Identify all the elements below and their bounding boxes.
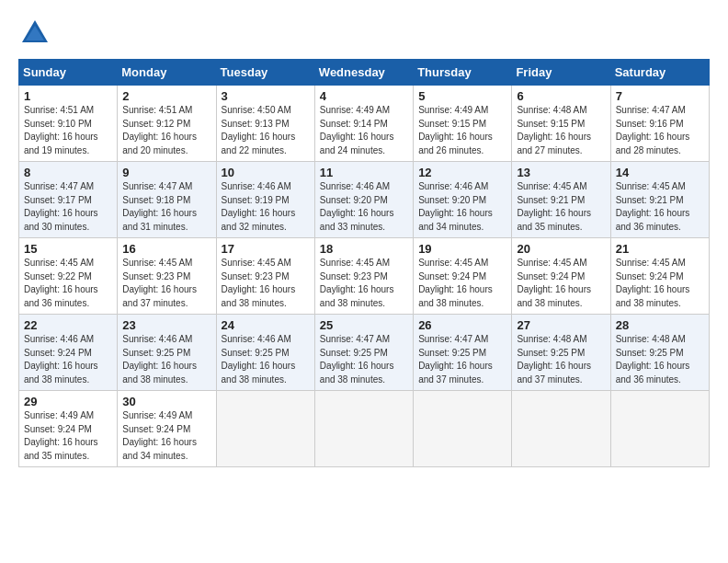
day-detail: Sunrise: 4:45 AMSunset: 9:23 PMDaylight:…	[122, 258, 197, 308]
calendar-cell	[314, 391, 413, 467]
day-number: 24	[222, 318, 310, 332]
day-detail: Sunrise: 4:45 AMSunset: 9:24 PMDaylight:…	[616, 258, 690, 308]
calendar-cell: 3 Sunrise: 4:50 AMSunset: 9:13 PMDayligh…	[216, 86, 314, 162]
calendar-cell: 15 Sunrise: 4:45 AMSunset: 9:22 PMDaylig…	[19, 238, 118, 315]
day-detail: Sunrise: 4:45 AMSunset: 9:24 PMDaylight:…	[517, 258, 591, 308]
calendar-day-header: Tuesday	[216, 60, 314, 86]
day-number: 17	[222, 242, 310, 256]
calendar-cell	[216, 391, 314, 467]
day-detail: Sunrise: 4:45 AMSunset: 9:24 PMDaylight:…	[418, 258, 493, 308]
day-number: 14	[616, 166, 704, 179]
day-detail: Sunrise: 4:51 AMSunset: 9:12 PMDaylight:…	[122, 105, 197, 155]
day-number: 7	[616, 89, 704, 103]
calendar-cell: 12 Sunrise: 4:46 AMSunset: 9:20 PMDaylig…	[414, 162, 512, 238]
day-detail: Sunrise: 4:46 AMSunset: 9:25 PMDaylight:…	[122, 334, 197, 385]
day-detail: Sunrise: 4:49 AMSunset: 9:14 PMDaylight:…	[320, 105, 394, 155]
day-detail: Sunrise: 4:47 AMSunset: 9:17 PMDaylight:…	[24, 181, 98, 232]
day-number: 18	[320, 242, 408, 256]
calendar-cell: 20 Sunrise: 4:45 AMSunset: 9:24 PMDaylig…	[512, 238, 610, 315]
day-number: 19	[418, 242, 506, 256]
day-detail: Sunrise: 4:46 AMSunset: 9:20 PMDaylight:…	[418, 181, 493, 232]
day-detail: Sunrise: 4:48 AMSunset: 9:15 PMDaylight:…	[517, 105, 591, 155]
calendar-header-row: SundayMondayTuesdayWednesdayThursdayFrid…	[19, 60, 710, 86]
day-number: 26	[418, 318, 506, 332]
day-detail: Sunrise: 4:50 AMSunset: 9:13 PMDaylight:…	[222, 105, 296, 155]
day-detail: Sunrise: 4:45 AMSunset: 9:23 PMDaylight:…	[320, 258, 394, 308]
calendar-cell: 13 Sunrise: 4:45 AMSunset: 9:21 PMDaylig…	[512, 162, 610, 238]
day-detail: Sunrise: 4:47 AMSunset: 9:18 PMDaylight:…	[122, 181, 197, 232]
day-detail: Sunrise: 4:45 AMSunset: 9:21 PMDaylight:…	[517, 181, 591, 232]
calendar-cell: 26 Sunrise: 4:47 AMSunset: 9:25 PMDaylig…	[414, 315, 512, 391]
day-detail: Sunrise: 4:45 AMSunset: 9:21 PMDaylight:…	[616, 181, 690, 232]
day-number: 15	[24, 242, 112, 256]
day-number: 5	[418, 89, 506, 103]
day-number: 11	[320, 166, 408, 179]
calendar-cell: 30 Sunrise: 4:49 AMSunset: 9:24 PMDaylig…	[118, 391, 216, 467]
day-number: 28	[616, 318, 704, 332]
calendar-cell: 28 Sunrise: 4:48 AMSunset: 9:25 PMDaylig…	[610, 315, 709, 391]
day-number: 3	[222, 89, 310, 103]
day-number: 25	[320, 318, 408, 332]
day-detail: Sunrise: 4:49 AMSunset: 9:24 PMDaylight:…	[122, 410, 197, 461]
day-detail: Sunrise: 4:46 AMSunset: 9:20 PMDaylight:…	[320, 181, 394, 232]
day-number: 12	[418, 166, 506, 179]
day-number: 21	[616, 242, 704, 256]
day-number: 2	[122, 89, 210, 103]
day-detail: Sunrise: 4:49 AMSunset: 9:15 PMDaylight:…	[418, 105, 493, 155]
day-detail: Sunrise: 4:47 AMSunset: 9:25 PMDaylight:…	[320, 334, 394, 385]
day-number: 22	[24, 318, 112, 332]
calendar-cell: 7 Sunrise: 4:47 AMSunset: 9:16 PMDayligh…	[610, 86, 709, 162]
logo-icon	[18, 17, 51, 50]
calendar-cell: 9 Sunrise: 4:47 AMSunset: 9:18 PMDayligh…	[118, 162, 216, 238]
logo	[18, 17, 55, 50]
calendar-cell: 14 Sunrise: 4:45 AMSunset: 9:21 PMDaylig…	[610, 162, 709, 238]
calendar-day-header: Friday	[512, 60, 610, 86]
calendar-cell: 19 Sunrise: 4:45 AMSunset: 9:24 PMDaylig…	[414, 238, 512, 315]
calendar-cell: 22 Sunrise: 4:46 AMSunset: 9:24 PMDaylig…	[19, 315, 118, 391]
calendar-week-row: 8 Sunrise: 4:47 AMSunset: 9:17 PMDayligh…	[19, 162, 710, 238]
day-number: 29	[24, 395, 112, 408]
day-detail: Sunrise: 4:46 AMSunset: 9:24 PMDaylight:…	[24, 334, 98, 385]
calendar-cell: 27 Sunrise: 4:48 AMSunset: 9:25 PMDaylig…	[512, 315, 610, 391]
day-detail: Sunrise: 4:47 AMSunset: 9:16 PMDaylight:…	[616, 105, 690, 155]
calendar-cell: 23 Sunrise: 4:46 AMSunset: 9:25 PMDaylig…	[118, 315, 216, 391]
calendar-cell: 25 Sunrise: 4:47 AMSunset: 9:25 PMDaylig…	[314, 315, 413, 391]
day-detail: Sunrise: 4:49 AMSunset: 9:24 PMDaylight:…	[24, 410, 98, 461]
day-number: 13	[517, 166, 605, 179]
day-detail: Sunrise: 4:51 AMSunset: 9:10 PMDaylight:…	[24, 105, 98, 155]
calendar-day-header: Monday	[118, 60, 216, 86]
calendar-cell: 2 Sunrise: 4:51 AMSunset: 9:12 PMDayligh…	[118, 86, 216, 162]
calendar-week-row: 1 Sunrise: 4:51 AMSunset: 9:10 PMDayligh…	[19, 86, 710, 162]
day-number: 10	[222, 166, 310, 179]
calendar-cell	[610, 391, 709, 467]
calendar-cell: 1 Sunrise: 4:51 AMSunset: 9:10 PMDayligh…	[19, 86, 118, 162]
page: SundayMondayTuesdayWednesdayThursdayFrid…	[0, 0, 728, 484]
header	[18, 17, 710, 50]
day-number: 9	[122, 166, 210, 179]
calendar-week-row: 15 Sunrise: 4:45 AMSunset: 9:22 PMDaylig…	[19, 238, 710, 315]
calendar-cell: 29 Sunrise: 4:49 AMSunset: 9:24 PMDaylig…	[19, 391, 118, 467]
calendar-day-header: Sunday	[19, 60, 118, 86]
day-detail: Sunrise: 4:46 AMSunset: 9:25 PMDaylight:…	[222, 334, 296, 385]
calendar-week-row: 22 Sunrise: 4:46 AMSunset: 9:24 PMDaylig…	[19, 315, 710, 391]
day-detail: Sunrise: 4:45 AMSunset: 9:23 PMDaylight:…	[222, 258, 296, 308]
calendar-cell: 11 Sunrise: 4:46 AMSunset: 9:20 PMDaylig…	[314, 162, 413, 238]
day-detail: Sunrise: 4:46 AMSunset: 9:19 PMDaylight:…	[222, 181, 296, 232]
calendar-cell: 18 Sunrise: 4:45 AMSunset: 9:23 PMDaylig…	[314, 238, 413, 315]
calendar-cell: 4 Sunrise: 4:49 AMSunset: 9:14 PMDayligh…	[314, 86, 413, 162]
calendar-cell: 6 Sunrise: 4:48 AMSunset: 9:15 PMDayligh…	[512, 86, 610, 162]
day-detail: Sunrise: 4:47 AMSunset: 9:25 PMDaylight:…	[418, 334, 493, 385]
day-number: 4	[320, 89, 408, 103]
day-number: 6	[517, 89, 605, 103]
day-number: 8	[24, 166, 112, 179]
calendar-week-row: 29 Sunrise: 4:49 AMSunset: 9:24 PMDaylig…	[19, 391, 710, 467]
calendar-cell	[414, 391, 512, 467]
calendar-cell	[512, 391, 610, 467]
calendar-day-header: Wednesday	[314, 60, 413, 86]
calendar-day-header: Saturday	[610, 60, 709, 86]
day-number: 20	[517, 242, 605, 256]
day-detail: Sunrise: 4:48 AMSunset: 9:25 PMDaylight:…	[517, 334, 591, 385]
calendar-table: SundayMondayTuesdayWednesdayThursdayFrid…	[18, 59, 710, 467]
day-number: 30	[122, 395, 210, 408]
calendar-cell: 17 Sunrise: 4:45 AMSunset: 9:23 PMDaylig…	[216, 238, 314, 315]
